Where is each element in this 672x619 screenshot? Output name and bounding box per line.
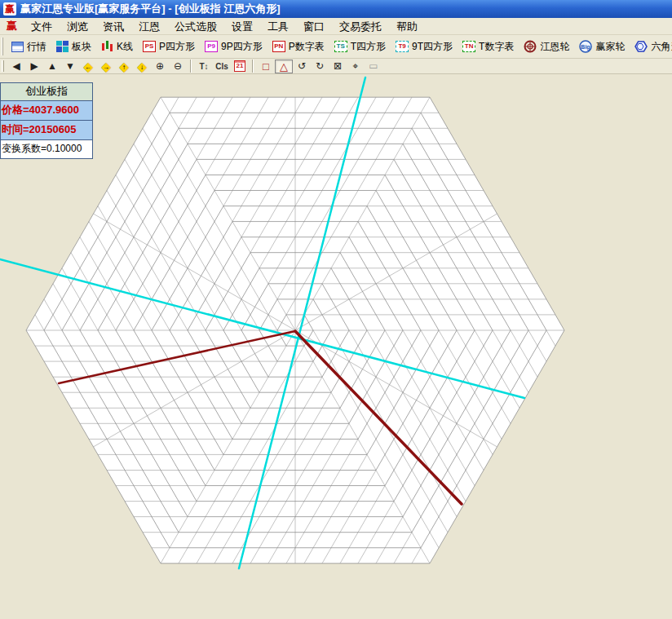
toolbar-button-label: T数字表: [479, 40, 514, 54]
price-readout: 价格=4037.9600: [1, 101, 92, 121]
window-title: 赢家江恩专业版[赢家服务平台] - [创业板指 江恩六角形]: [20, 2, 280, 16]
toolbar-button-label: K线: [117, 40, 133, 54]
toolbar-button-label: 板块: [72, 40, 91, 54]
main-toolbar: 行情板块K线PSP四方形P99P四方形PNP数字表TST四方形T99T四方形TN…: [0, 35, 672, 59]
pan-right-icon: ◆→: [101, 60, 111, 73]
toolbar-separator: [190, 60, 192, 73]
svg-text:Big: Big: [581, 44, 590, 51]
menu-item-3[interactable]: 资讯: [95, 19, 131, 34]
winner-wheel-icon: Big: [579, 40, 592, 53]
pan-right-button[interactable]: ◆→: [97, 60, 115, 73]
menu-item-9[interactable]: 交易委托: [332, 19, 389, 34]
menu-item-2[interactable]: 浏览: [60, 19, 95, 34]
gann-wheel-button[interactable]: 江恩轮: [519, 38, 574, 56]
t-number-table-icon: TN: [462, 41, 475, 52]
p-number-table-button[interactable]: PNP数字表: [267, 38, 329, 56]
info-panel: 创业板指 价格=4037.9600 时间=20150605 变换系数=0.100…: [0, 82, 93, 159]
calendar-icon: 21: [234, 60, 245, 72]
title-bar: 赢 赢家江恩专业版[赢家服务平台] - [创业板指 江恩六角形]: [0, 0, 672, 18]
p-number-table-icon: PN: [272, 41, 285, 52]
t-updown-button[interactable]: T↕: [195, 60, 213, 73]
square-tool-button[interactable]: □: [257, 60, 275, 73]
application-window: 赢 赢家江恩专业版[赢家服务平台] - [创业板指 江恩六角形] 赢 文件浏览资…: [0, 0, 672, 619]
hexagon-icon: [634, 40, 648, 53]
coefficient-readout: 变换系数=0.10000: [1, 140, 92, 158]
toolbar-button-label: P四方形: [159, 40, 195, 54]
menu-item-10[interactable]: 帮助: [389, 19, 425, 34]
toolbar-button-label: 9P四方形: [221, 40, 263, 54]
quotes-table-icon: [11, 42, 24, 52]
quotes-table-button[interactable]: 行情: [7, 38, 51, 56]
t9-square-button[interactable]: T99T四方形: [391, 38, 458, 56]
t-number-table-button[interactable]: TNT数字表: [458, 38, 519, 56]
maximize-button[interactable]: ⊠: [329, 60, 347, 73]
winner-wheel-button[interactable]: Big赢家轮: [574, 38, 630, 56]
cls-button[interactable]: Cls: [213, 60, 231, 73]
rotate-cw-button[interactable]: ↻: [311, 60, 329, 73]
hexagon-button[interactable]: 六角形: [630, 38, 672, 56]
zoom-in-button[interactable]: ⊕: [151, 60, 169, 73]
menu-item-6[interactable]: 设置: [224, 19, 260, 34]
toolbar-grip[interactable]: [2, 38, 3, 55]
toolbar-button-label: 赢家轮: [595, 40, 625, 54]
rotate-ccw-button[interactable]: ↺: [293, 60, 311, 73]
up-button[interactable]: ▲: [43, 60, 61, 73]
drawing-toolbar: ◀▶▲▼◆←◆→◆↑◆↓⊕⊖T↕Cls21□△↺↻⊠⌖▭: [0, 59, 672, 74]
candlestick-button[interactable]: K线: [96, 38, 138, 56]
menu-bar: 赢 文件浏览资讯江恩公式选股设置工具窗口交易委托帮助: [0, 18, 672, 35]
center-view-button[interactable]: ⌖: [347, 60, 365, 73]
zoom-out-button[interactable]: ⊖: [169, 60, 187, 73]
t-square-icon: TS: [334, 41, 347, 52]
presentation-button[interactable]: ▭: [365, 60, 382, 73]
pan-up-button[interactable]: ◆↑: [115, 60, 133, 73]
t9-square-icon: T9: [396, 41, 409, 52]
gann-hexagon-chart: [0, 74, 672, 619]
app-logo-icon: 赢: [3, 2, 16, 15]
toolbar-grip[interactable]: [2, 60, 4, 72]
toolbar-button-label: 行情: [27, 40, 46, 54]
menu-item-4[interactable]: 江恩: [131, 19, 167, 34]
toolbar-button-label: P数字表: [289, 40, 325, 54]
sector-blocks-icon: [56, 41, 69, 52]
menu-item-8[interactable]: 窗口: [296, 19, 332, 34]
menu-item-1[interactable]: 文件: [24, 19, 60, 34]
gann-hexagon-chart-area: 创业板指 价格=4037.9600 时间=20150605 变换系数=0.100…: [0, 74, 672, 619]
app-menu-logo-icon[interactable]: 赢: [3, 19, 24, 33]
p-square-button[interactable]: PSP四方形: [138, 38, 200, 56]
menu-item-7[interactable]: 工具: [260, 19, 296, 34]
pan-left-icon: ◆←: [83, 60, 93, 73]
pan-up-icon: ◆↑: [119, 60, 129, 73]
toolbar-button-label: 六角形: [651, 40, 672, 54]
sector-blocks-button[interactable]: 板块: [51, 38, 96, 56]
toolbar-separator: [252, 60, 254, 73]
p9-square-button[interactable]: P99P四方形: [200, 38, 267, 56]
toolbar-button-label: 江恩轮: [540, 40, 569, 54]
p9-square-icon: P9: [205, 41, 218, 52]
next-button[interactable]: ▶: [25, 60, 43, 73]
gann-wheel-icon: [524, 40, 537, 53]
prev-button[interactable]: ◀: [7, 60, 25, 73]
toolbar-button-label: T四方形: [351, 40, 386, 54]
time-readout: 时间=20150605: [1, 121, 92, 140]
t-square-button[interactable]: TST四方形: [329, 38, 391, 56]
pan-down-button[interactable]: ◆↓: [133, 60, 151, 73]
down-button[interactable]: ▼: [61, 60, 79, 73]
pan-down-icon: ◆↓: [137, 60, 147, 73]
candlestick-icon: [101, 41, 113, 52]
toolbar-button-label: 9T四方形: [412, 40, 453, 54]
calendar-button[interactable]: 21: [231, 60, 249, 73]
p-square-icon: PS: [143, 41, 156, 52]
triangle-tool-button[interactable]: △: [275, 60, 293, 73]
instrument-name: 创业板指: [1, 83, 92, 101]
pan-left-button[interactable]: ◆←: [79, 60, 97, 73]
menu-item-5[interactable]: 公式选股: [167, 19, 224, 34]
